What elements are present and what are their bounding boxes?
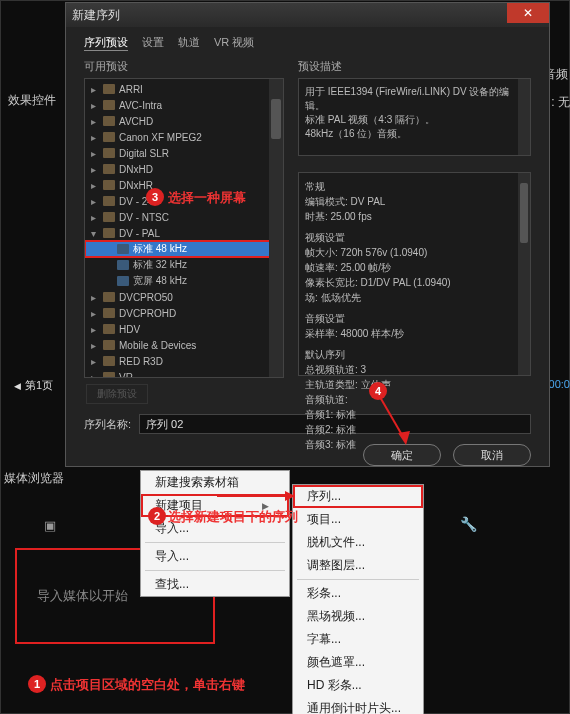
tree-node[interactable]: ▸DVCPROHD	[85, 305, 283, 321]
media-browser-label: 媒体浏览器	[4, 470, 64, 487]
submenu-offline-file[interactable]: 脱机文件...	[293, 531, 423, 554]
tab-settings[interactable]: 设置	[142, 35, 164, 51]
tree-node[interactable]: ▾DV - PAL	[85, 225, 283, 241]
submenu-hd-bars[interactable]: HD 彩条...	[293, 674, 423, 697]
preset-details: 常规编辑模式: DV PAL时基: 25.00 fps视频设置帧大小: 720h…	[298, 172, 531, 376]
available-presets-label: 可用预设	[84, 59, 284, 74]
callout-1-badge: 1	[28, 675, 46, 693]
callout-2-badge: 2	[148, 507, 166, 525]
folder-icon[interactable]: ▣	[44, 518, 56, 533]
tab-vr[interactable]: VR 视频	[214, 35, 254, 51]
tree-node[interactable]: 宽屏 48 kHz	[85, 273, 283, 289]
preset-description: 用于 IEEE1394 (FireWire/i.LINK) DV 设备的编辑。标…	[298, 78, 531, 156]
callout-3-text: 选择一种屏幕	[168, 189, 246, 207]
submenu-adjustment-layer[interactable]: 调整图层...	[293, 554, 423, 577]
dialog-titlebar: 新建序列 ✕	[66, 3, 549, 27]
scrollbar[interactable]	[269, 79, 283, 377]
callout-2-text: 选择新建项目下的序列	[168, 508, 298, 526]
callout-3-badge: 3	[146, 188, 164, 206]
delete-preset-button: 删除预设	[86, 384, 148, 404]
context-menu-2: 序列... 项目... 脱机文件... 调整图层... 彩条... 黑场视频..…	[292, 484, 424, 714]
submenu-color-matte[interactable]: 颜色遮罩...	[293, 651, 423, 674]
tree-node[interactable]: ▸AVC-Intra	[85, 97, 283, 113]
menu-find[interactable]: 查找...	[141, 573, 289, 596]
preset-tree[interactable]: ▸ARRI▸AVC-Intra▸AVCHD▸Canon XF MPEG2▸Dig…	[84, 78, 284, 378]
preset-desc-label: 预设描述	[298, 59, 531, 74]
tab-tracks[interactable]: 轨道	[178, 35, 200, 51]
submenu-bars[interactable]: 彩条...	[293, 582, 423, 605]
menu-import-2[interactable]: 导入...	[141, 545, 289, 568]
tree-node[interactable]: ▸DV - NTSC	[85, 209, 283, 225]
tree-node[interactable]: ▸DVCPRO50	[85, 289, 283, 305]
tree-node[interactable]: 标准 32 kHz	[85, 257, 283, 273]
tree-node[interactable]: ▸RED R3D	[85, 353, 283, 369]
tree-node[interactable]: ▸Canon XF MPEG2	[85, 129, 283, 145]
close-icon[interactable]: ✕	[507, 3, 549, 23]
submenu-countdown[interactable]: 通用倒计时片头...	[293, 697, 423, 714]
submenu-project[interactable]: 项目...	[293, 508, 423, 531]
tree-node[interactable]: ▸Mobile & Devices	[85, 337, 283, 353]
submenu-black-video[interactable]: 黑场视频...	[293, 605, 423, 628]
tree-node[interactable]: 标准 48 kHz	[85, 241, 283, 257]
menu-new-search-bin[interactable]: 新建搜索素材箱	[141, 471, 289, 494]
tree-node[interactable]: ▸DNxHD	[85, 161, 283, 177]
page-1-button[interactable]: ◀第1页	[14, 378, 53, 393]
tree-node[interactable]: ▸Digital SLR	[85, 145, 283, 161]
callout-1-text: 点击项目区域的空白处，单击右键	[50, 676, 245, 694]
effect-controls-label: 效果控件	[8, 92, 56, 109]
new-sequence-dialog: 新建序列 ✕ 序列预设 设置 轨道 VR 视频 可用预设 ▸ARRI▸AVC-I…	[65, 2, 550, 467]
tree-node[interactable]: ▸HDV	[85, 321, 283, 337]
scrollbar[interactable]	[518, 79, 530, 155]
tab-preset[interactable]: 序列预设	[84, 35, 128, 51]
tree-node[interactable]: ▸AVCHD	[85, 113, 283, 129]
tree-node[interactable]: ▸VR	[85, 369, 283, 378]
wrench-icon[interactable]: 🔧	[460, 516, 477, 532]
submenu-sequence[interactable]: 序列...	[293, 485, 423, 508]
scrollbar[interactable]	[518, 173, 530, 375]
submenu-captions[interactable]: 字幕...	[293, 628, 423, 651]
context-menu-1: 新建搜索素材箱 新建项目▶ 导入... 导入... 查找...	[140, 470, 290, 597]
dialog-title-text: 新建序列	[72, 7, 120, 24]
dialog-tabs: 序列预设 设置 轨道 VR 视频	[66, 27, 549, 55]
seq-name-label: 序列名称:	[84, 417, 131, 432]
tree-node[interactable]: ▸ARRI	[85, 81, 283, 97]
callout-4-badge: 4	[369, 382, 387, 400]
